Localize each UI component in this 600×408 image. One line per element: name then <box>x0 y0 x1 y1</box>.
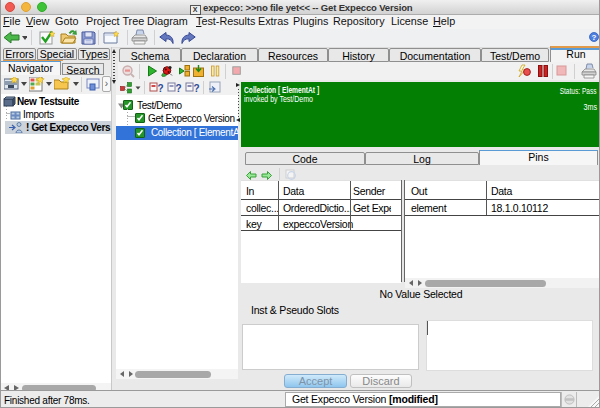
svg-text:?: ? <box>592 33 597 42</box>
svg-text:?: ? <box>175 83 181 94</box>
svg-text:?: ? <box>193 83 199 94</box>
svg-text:?: ? <box>157 83 163 94</box>
